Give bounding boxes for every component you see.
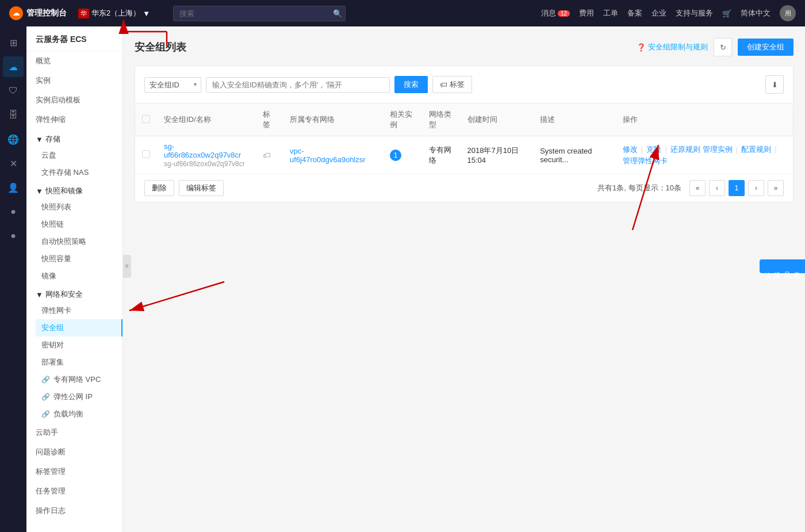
sidebar-item-overview[interactable]: 概览 [26, 51, 122, 71]
row-tags: 🏷 [256, 136, 283, 174]
create-security-group-button[interactable]: 创建安全组 [738, 39, 793, 56]
sidebar-group-network[interactable]: ▼ 网络和安全 [26, 285, 122, 302]
action-restore-rules[interactable]: 还原规则 [670, 144, 700, 155]
nav-billing[interactable]: 费用 [579, 8, 594, 18]
refresh-button[interactable]: ↻ [714, 38, 732, 56]
strip-network-icon[interactable]: 🌐 [3, 129, 24, 150]
logo-icon: ☁ [9, 6, 23, 20]
strip-dot1-icon[interactable]: ● [3, 201, 24, 222]
search-input[interactable] [173, 6, 346, 21]
page-info: 共有1条, 每页显示：10条 [597, 183, 681, 193]
network-label: 网络和安全 [45, 289, 83, 300]
sidebar-item-snapshot-policy[interactable]: 自动快照策略 [36, 233, 122, 250]
limit-rules-link[interactable]: ❓ 安全组限制与规则 [637, 42, 708, 52]
th-id-name: 安全组ID/名称 [157, 104, 256, 136]
sidebar-item-snapshot-chain[interactable]: 快照链 [36, 216, 122, 233]
sidebar-item-eip[interactable]: 🔗 弹性公网 IP [36, 388, 122, 405]
user-avatar[interactable]: 用 [780, 5, 796, 21]
sidebar-item-launch-template[interactable]: 实例启动模板 [26, 90, 122, 110]
delete-button[interactable]: 删除 [144, 180, 174, 196]
nav-icp[interactable]: 备案 [627, 8, 642, 18]
table-footer: 删除 编辑标签 共有1条, 每页显示：10条 « ‹ 1 › » [135, 174, 793, 202]
th-instances: 相关实例 [383, 104, 422, 136]
sidebar-item-deploysets[interactable]: 部署集 [36, 354, 122, 371]
sg-id-link[interactable]: sg-uf66r86zox0w2q97v8cr [164, 142, 241, 159]
feedback-tab[interactable]: 意见建议 [760, 259, 805, 273]
action-config-rules[interactable]: 配置规则 [741, 144, 771, 155]
nav-language[interactable]: 简体中文 [741, 8, 770, 18]
sidebar-item-cloudassist[interactable]: 云助手 [26, 423, 122, 442]
row-checkbox [135, 136, 157, 174]
sidebar-item-snapshot-capacity[interactable]: 快照容量 [36, 250, 122, 267]
tag-filter-button[interactable]: 🏷 标签 [432, 76, 472, 93]
sidebar-item-instances[interactable]: 实例 [26, 71, 122, 90]
instances-label: 实例 [36, 75, 51, 86]
sidebar-item-slb[interactable]: 🔗 负载均衡 [36, 405, 122, 423]
page-first-button[interactable]: « [689, 180, 706, 196]
page-header: 安全组列表 ❓ 安全组限制与规则 ↻ 创建安全组 [135, 38, 793, 56]
action-clone[interactable]: 克隆 [646, 144, 661, 155]
nav-workorder[interactable]: 工单 [603, 8, 618, 18]
search-button[interactable]: 搜索 [394, 76, 428, 93]
filter-input[interactable] [206, 77, 390, 93]
region-flag: 华 [78, 9, 89, 18]
logo[interactable]: ☁ 管理控制台 [9, 6, 67, 20]
sidebar: 云服务器 ECS 概览 实例 实例启动模板 弹性伸缩 ▼ 存储 云盘 文件存储 … [26, 26, 123, 532]
strip-grid-icon[interactable]: ⊞ [3, 32, 24, 53]
sidebar-group-snapshots[interactable]: ▼ 快照和镜像 [26, 181, 122, 198]
sidebar-item-snapshot-list[interactable]: 快照列表 [36, 198, 122, 216]
page-prev-button[interactable]: ‹ [709, 180, 725, 196]
page-next-button[interactable]: › [748, 180, 764, 196]
filter-bar: 安全组ID 安全组名称 搜索 🏷 标签 ⬇ [135, 66, 793, 103]
sidebar-item-oplog[interactable]: 操作日志 [26, 501, 122, 520]
sidebar-group-storage[interactable]: ▼ 存储 [26, 129, 122, 147]
sidebar-item-diagnosis[interactable]: 问题诊断 [26, 442, 122, 462]
page-last-button[interactable]: » [768, 180, 784, 196]
sidebar-item-images[interactable]: 镜像 [36, 267, 122, 285]
table-body: sg-uf66r86zox0w2q97v8cr sg-uf66r86zox0w2… [135, 136, 793, 174]
filter-type-select[interactable]: 安全组ID 安全组名称 [144, 77, 201, 93]
sidebar-toggle[interactable]: ≡ [123, 255, 131, 278]
sidebar-item-nas[interactable]: 文件存储 NAS [36, 164, 122, 181]
sidebar-item-autoscaling[interactable]: 弹性伸缩 [26, 110, 122, 129]
select-all-checkbox[interactable] [142, 115, 150, 123]
pagination: 共有1条, 每页显示：10条 « ‹ 1 › » [597, 180, 784, 196]
nav-cart[interactable]: 🛒 [722, 9, 731, 18]
page-1-button[interactable]: 1 [729, 180, 745, 196]
row-select-checkbox[interactable] [142, 150, 150, 158]
strip-x-icon[interactable]: ✕ [3, 153, 24, 174]
th-checkbox [135, 104, 157, 136]
download-button[interactable]: ⬇ [765, 75, 784, 94]
sidebar-item-security-groups[interactable]: 安全组 [36, 319, 122, 336]
strip-database-icon[interactable]: 🗄 [3, 105, 24, 125]
nav-messages[interactable]: 消息 12 [541, 8, 570, 18]
nav-support[interactable]: 支持与服务 [676, 8, 713, 18]
nav-enterprise[interactable]: 企业 [651, 8, 666, 18]
strip-shield-icon[interactable]: 🛡 [3, 81, 24, 101]
sidebar-item-disks[interactable]: 云盘 [36, 147, 122, 164]
tag-icon[interactable]: 🏷 [263, 151, 271, 160]
snapshots-label: 快照和镜像 [45, 186, 83, 196]
network-sub: 弹性网卡 安全组 密钥对 部署集 🔗 专有网络 VPC 🔗 弹性公网 IP 🔗 … [26, 302, 122, 423]
action-manage-nic[interactable]: 管理弹性网卡 [623, 156, 668, 166]
strip-person-icon[interactable]: 👤 [3, 177, 24, 198]
snapshots-sub: 快照列表 快照链 自动快照策略 快照容量 镜像 [26, 198, 122, 285]
search-icon[interactable]: 🔍 [333, 9, 342, 18]
sidebar-item-tags[interactable]: 标签管理 [26, 462, 122, 481]
filter-type-wrapper: 安全组ID 安全组名称 [144, 77, 201, 93]
sidebar-item-tasks[interactable]: 任务管理 [26, 481, 122, 501]
region-selector[interactable]: 华 华东2（上海） ▼ [78, 8, 150, 18]
th-tags: 标签 [256, 104, 283, 136]
sidebar-item-nic[interactable]: 弹性网卡 [36, 302, 122, 319]
table-header: 安全组ID/名称 标签 所属专有网络 相关实例 网络类型 创建时间 描述 操作 [135, 104, 793, 136]
edit-tags-button[interactable]: 编辑标签 [179, 180, 224, 196]
strip-dot2-icon[interactable]: ● [3, 225, 24, 246]
instance-count[interactable]: 1 [390, 150, 401, 161]
strip-cloud-icon[interactable]: ☁ [3, 56, 24, 77]
footer-actions: 删除 编辑标签 [144, 180, 224, 196]
vpc-link[interactable]: vpc-uf6j47ro0dgv6a9ohlzsr [290, 147, 366, 164]
sidebar-item-keypairs[interactable]: 密钥对 [36, 336, 122, 354]
sidebar-item-vpc[interactable]: 🔗 专有网络 VPC [36, 371, 122, 388]
action-modify[interactable]: 修改 [623, 144, 638, 155]
action-manage-instances[interactable]: 管理实例 [703, 144, 733, 155]
